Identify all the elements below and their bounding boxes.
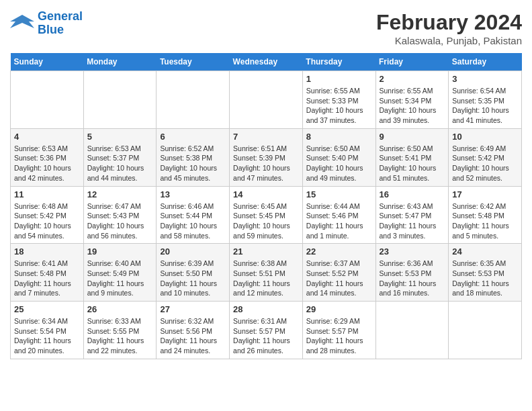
calendar-cell [230,71,303,129]
day-info: Sunrise: 6:47 AM Sunset: 5:43 PM Dayligh… [87,201,153,241]
calendar-cell: 7Sunrise: 6:51 AM Sunset: 5:39 PM Daylig… [230,128,303,186]
day-number: 14 [233,189,299,199]
calendar-cell [375,302,449,359]
calendar-cell: 14Sunrise: 6:45 AM Sunset: 5:45 PM Dayli… [230,186,303,244]
day-info: Sunrise: 6:50 AM Sunset: 5:41 PM Dayligh… [380,144,445,183]
calendar-cell: 18Sunrise: 6:41 AM Sunset: 5:48 PM Dayli… [11,244,84,302]
week-row-3: 11Sunrise: 6:48 AM Sunset: 5:42 PM Dayli… [11,186,522,244]
day-number: 27 [160,304,226,314]
calendar-cell: 6Sunrise: 6:52 AM Sunset: 5:38 PM Daylig… [157,128,230,186]
header-tuesday: Tuesday [157,53,230,71]
day-info: Sunrise: 6:55 AM Sunset: 5:34 PM Dayligh… [380,86,445,126]
day-info: Sunrise: 6:31 AM Sunset: 5:57 PM Dayligh… [233,316,299,356]
day-number: 7 [233,132,299,142]
calendar-cell: 10Sunrise: 6:49 AM Sunset: 5:42 PM Dayli… [449,128,522,186]
day-info: Sunrise: 6:53 AM Sunset: 5:36 PM Dayligh… [14,144,80,183]
day-number: 3 [452,74,518,84]
day-info: Sunrise: 6:33 AM Sunset: 5:55 PM Dayligh… [87,316,153,356]
calendar-cell: 13Sunrise: 6:46 AM Sunset: 5:44 PM Dayli… [157,186,230,244]
day-number: 22 [306,246,372,257]
day-number: 20 [160,246,226,257]
day-number: 6 [160,132,226,142]
calendar-cell [11,71,84,129]
day-info: Sunrise: 6:53 AM Sunset: 5:37 PM Dayligh… [87,144,153,183]
calendar-cell [157,71,230,129]
calendar-cell: 26Sunrise: 6:33 AM Sunset: 5:55 PM Dayli… [83,302,157,359]
day-info: Sunrise: 6:45 AM Sunset: 5:45 PM Dayligh… [233,201,299,241]
day-info: Sunrise: 6:41 AM Sunset: 5:48 PM Dayligh… [14,259,80,298]
calendar-cell: 16Sunrise: 6:43 AM Sunset: 5:47 PM Dayli… [375,186,449,244]
calendar-cell: 3Sunrise: 6:54 AM Sunset: 5:35 PM Daylig… [449,71,522,129]
day-number: 19 [87,246,153,257]
day-info: Sunrise: 6:54 AM Sunset: 5:35 PM Dayligh… [452,86,518,126]
day-number: 16 [380,189,445,199]
day-info: Sunrise: 6:42 AM Sunset: 5:48 PM Dayligh… [452,201,518,241]
day-info: Sunrise: 6:39 AM Sunset: 5:50 PM Dayligh… [160,259,226,298]
day-number: 23 [380,246,445,257]
calendar-cell [83,71,157,129]
day-info: Sunrise: 6:43 AM Sunset: 5:47 PM Dayligh… [380,201,445,241]
day-number: 13 [160,189,226,199]
calendar-cell: 28Sunrise: 6:31 AM Sunset: 5:57 PM Dayli… [230,302,303,359]
day-number: 28 [233,304,299,314]
day-number: 17 [452,189,518,199]
calendar-cell: 23Sunrise: 6:36 AM Sunset: 5:53 PM Dayli… [375,244,449,302]
page-header: General Blue February 2024 Kalaswala, Pu… [10,10,522,46]
week-row-2: 4Sunrise: 6:53 AM Sunset: 5:36 PM Daylig… [11,128,522,186]
calendar-cell: 9Sunrise: 6:50 AM Sunset: 5:41 PM Daylig… [375,128,449,186]
day-info: Sunrise: 6:55 AM Sunset: 5:33 PM Dayligh… [306,86,372,126]
week-row-4: 18Sunrise: 6:41 AM Sunset: 5:48 PM Dayli… [11,244,522,302]
day-info: Sunrise: 6:49 AM Sunset: 5:42 PM Dayligh… [452,144,518,183]
logo-icon [10,13,34,34]
calendar-cell: 19Sunrise: 6:40 AM Sunset: 5:49 PM Dayli… [83,244,157,302]
day-info: Sunrise: 6:38 AM Sunset: 5:51 PM Dayligh… [233,259,299,298]
header-monday: Monday [83,53,157,71]
day-number: 8 [306,132,372,142]
day-info: Sunrise: 6:34 AM Sunset: 5:54 PM Dayligh… [14,316,80,356]
day-number: 24 [452,246,518,257]
day-info: Sunrise: 6:35 AM Sunset: 5:53 PM Dayligh… [452,259,518,298]
day-info: Sunrise: 6:37 AM Sunset: 5:52 PM Dayligh… [306,259,372,298]
calendar-cell: 11Sunrise: 6:48 AM Sunset: 5:42 PM Dayli… [11,186,84,244]
logo: General Blue [10,10,83,37]
svg-marker-0 [10,15,34,28]
logo-text: General Blue [38,10,83,37]
calendar-cell [449,302,522,359]
day-number: 9 [380,132,445,142]
calendar-cell: 25Sunrise: 6:34 AM Sunset: 5:54 PM Dayli… [11,302,84,359]
calendar-cell: 17Sunrise: 6:42 AM Sunset: 5:48 PM Dayli… [449,186,522,244]
day-number: 4 [14,132,80,142]
title-area: February 2024 Kalaswala, Punjab, Pakista… [376,10,522,46]
day-info: Sunrise: 6:51 AM Sunset: 5:39 PM Dayligh… [233,144,299,183]
day-info: Sunrise: 6:46 AM Sunset: 5:44 PM Dayligh… [160,201,226,241]
day-info: Sunrise: 6:29 AM Sunset: 5:57 PM Dayligh… [306,316,372,356]
calendar-cell: 1Sunrise: 6:55 AM Sunset: 5:33 PM Daylig… [302,71,375,129]
day-info: Sunrise: 6:32 AM Sunset: 5:56 PM Dayligh… [160,316,226,356]
day-number: 11 [14,189,80,199]
day-info: Sunrise: 6:48 AM Sunset: 5:42 PM Dayligh… [14,201,80,241]
calendar-cell: 4Sunrise: 6:53 AM Sunset: 5:36 PM Daylig… [11,128,84,186]
day-number: 5 [87,132,153,142]
day-number: 2 [380,74,445,84]
header-thursday: Thursday [302,53,375,71]
calendar-cell: 24Sunrise: 6:35 AM Sunset: 5:53 PM Dayli… [449,244,522,302]
calendar-cell: 8Sunrise: 6:50 AM Sunset: 5:40 PM Daylig… [302,128,375,186]
calendar-cell: 29Sunrise: 6:29 AM Sunset: 5:57 PM Dayli… [302,302,375,359]
day-info: Sunrise: 6:52 AM Sunset: 5:38 PM Dayligh… [160,144,226,183]
page-subtitle: Kalaswala, Punjab, Pakistan [376,35,522,46]
calendar-cell: 22Sunrise: 6:37 AM Sunset: 5:52 PM Dayli… [302,244,375,302]
page-title: February 2024 [376,10,522,35]
calendar-cell: 12Sunrise: 6:47 AM Sunset: 5:43 PM Dayli… [83,186,157,244]
calendar-table: SundayMondayTuesdayWednesdayThursdayFrid… [10,53,522,359]
day-info: Sunrise: 6:36 AM Sunset: 5:53 PM Dayligh… [380,259,445,298]
day-number: 29 [306,304,372,314]
week-row-1: 1Sunrise: 6:55 AM Sunset: 5:33 PM Daylig… [11,71,522,129]
day-number: 26 [87,304,153,314]
day-number: 18 [14,246,80,257]
day-info: Sunrise: 6:50 AM Sunset: 5:40 PM Dayligh… [306,144,372,183]
day-info: Sunrise: 6:44 AM Sunset: 5:46 PM Dayligh… [306,201,372,241]
calendar-cell: 5Sunrise: 6:53 AM Sunset: 5:37 PM Daylig… [83,128,157,186]
day-info: Sunrise: 6:40 AM Sunset: 5:49 PM Dayligh… [87,259,153,298]
calendar-cell: 21Sunrise: 6:38 AM Sunset: 5:51 PM Dayli… [230,244,303,302]
day-number: 1 [306,74,372,84]
